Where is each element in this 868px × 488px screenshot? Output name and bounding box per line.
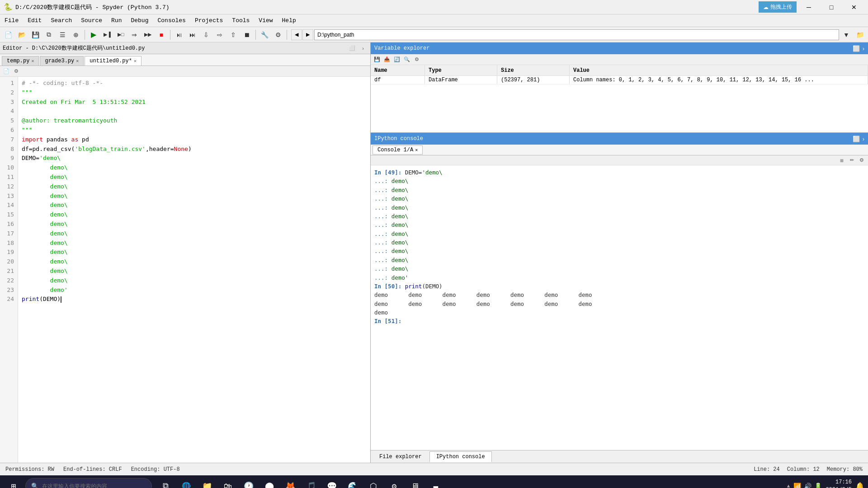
debug-button[interactable]: ⏯ — [173, 29, 185, 41]
editor-expand-button[interactable]: ⬜ — [348, 44, 357, 52]
menu-item-help[interactable]: Help — [278, 15, 301, 26]
menu-item-search[interactable]: Search — [46, 15, 76, 26]
console-tab-1[interactable]: Console 1/A ✕ — [373, 145, 423, 155]
terminal-icon[interactable]: ▬ — [426, 476, 446, 488]
stop-debug-button[interactable]: ⏹ — [241, 29, 253, 41]
tools-button[interactable]: 🔧 — [258, 29, 271, 41]
run-selection-button[interactable]: ▶□ — [114, 29, 127, 41]
run-button[interactable]: ▶ — [87, 29, 100, 41]
battery-icon[interactable]: 🔋 — [814, 483, 822, 488]
run-file-button[interactable]: ▶▐ — [101, 29, 113, 41]
console-expand-btn[interactable]: ⬜ — [853, 136, 860, 142]
save-all-button[interactable]: ⧉ — [42, 29, 55, 41]
console-tabs: Console 1/A ✕ — [371, 145, 868, 155]
clock-display[interactable]: 17:16 2021/3/5 — [826, 479, 852, 488]
var-refresh-btn[interactable]: 🔄 — [392, 56, 401, 64]
console-stop-btn[interactable]: ■ — [837, 156, 846, 164]
app9-icon[interactable]: 🌊 — [343, 476, 363, 488]
tab-untitled0-py[interactable]: untitled0.py* ✕ — [85, 56, 142, 66]
step-over-button[interactable]: ⇨ — [213, 29, 226, 41]
step-into-button[interactable]: ⇩ — [200, 29, 212, 41]
close-button[interactable]: ✕ — [844, 0, 864, 14]
forward-button[interactable]: ▶ — [302, 29, 313, 40]
close-temp-py[interactable]: ✕ — [31, 58, 34, 64]
var-filter-btn[interactable]: 🔍 — [402, 56, 411, 64]
menu-item-view[interactable]: View — [254, 15, 277, 26]
back-button[interactable]: ◀ — [291, 29, 302, 40]
app7-icon[interactable]: 🎵 — [301, 476, 321, 488]
notification-icon[interactable]: 🔔 — [855, 482, 864, 488]
menu-item-tools[interactable]: Tools — [227, 15, 254, 26]
save-button[interactable]: 💾 — [29, 29, 42, 41]
console-line-dots7: ...: demo\ — [374, 230, 864, 238]
var-expand-btn[interactable]: ⬜ — [853, 45, 860, 52]
step-button[interactable]: ⏭ — [186, 29, 199, 41]
minimize-button[interactable]: ─ — [798, 0, 819, 14]
console-settings-btn[interactable]: ⚙ — [857, 156, 866, 164]
menu-item-debug[interactable]: Debug — [126, 15, 153, 26]
preferences-button[interactable]: ☰ — [56, 29, 69, 41]
menu-item-file[interactable]: File — [0, 15, 23, 26]
browse-button[interactable]: 📁 — [854, 29, 866, 41]
chrome-icon[interactable]: ⬤ — [259, 476, 279, 488]
run-all-button[interactable]: ▶▶ — [142, 29, 154, 41]
new-editor-btn[interactable]: 📄 — [2, 67, 11, 75]
app10-icon[interactable]: ⬡ — [363, 476, 383, 488]
search-bar[interactable]: 🔍 — [25, 478, 152, 488]
var-row-df[interactable]: df DataFrame (52397, 281) Column names: … — [371, 76, 868, 84]
tab-temp-py[interactable]: temp.py ✕ — [2, 56, 39, 66]
var-close-btn[interactable]: › — [863, 45, 864, 52]
editor-close-button[interactable]: › — [359, 44, 368, 52]
settings-button[interactable]: ⚙ — [272, 29, 284, 41]
menu-item-run[interactable]: Run — [107, 15, 126, 26]
close-console-tab[interactable]: ✕ — [415, 147, 418, 153]
start-button[interactable]: ⊞ — [4, 476, 24, 488]
open-file-button[interactable]: 📂 — [15, 29, 28, 41]
menu-item-edit[interactable]: Edit — [23, 15, 46, 26]
clock-icon[interactable]: 🕐 — [239, 476, 259, 488]
run-next-button[interactable]: ⇒ — [128, 29, 141, 41]
maximize-button[interactable]: □ — [821, 0, 842, 14]
taskbar: ⊞ 🔍 ⧉ 🌐 📁 🛍 🕐 ⬤ 🦊 🎵 💬 🌊 ⬡ ⚙ 🖥 ▬ ▲ 📶 🔊 🔋 … — [0, 475, 868, 488]
step-return-button[interactable]: ⇧ — [227, 29, 240, 41]
menu-item-source[interactable]: Source — [76, 15, 107, 26]
app12-icon[interactable]: 🖥 — [405, 476, 425, 488]
close-untitled0-py[interactable]: ✕ — [134, 58, 137, 64]
path-input[interactable] — [317, 32, 836, 38]
wechat-icon[interactable]: 💬 — [322, 476, 342, 488]
explorer-icon[interactable]: 📁 — [197, 476, 217, 488]
console-edit-btn[interactable]: ✏ — [847, 156, 856, 164]
task-view-button[interactable]: ⧉ — [156, 476, 175, 488]
store-icon[interactable]: 🛍 — [218, 476, 238, 488]
stop-button[interactable]: ■ — [155, 29, 168, 41]
path-go-button[interactable]: ▼ — [840, 29, 853, 41]
var-import-btn[interactable]: 📥 — [382, 56, 392, 64]
console-close-btn[interactable]: › — [863, 136, 864, 142]
edge-icon[interactable]: 🌐 — [176, 476, 196, 488]
find-button[interactable]: ⊕ — [70, 29, 82, 41]
close-grade3-py[interactable]: ✕ — [76, 58, 79, 64]
upload-button[interactable]: ☁ 拖拽上传 — [759, 1, 797, 13]
tab-ipython-console[interactable]: IPython console — [429, 451, 492, 462]
app11-icon[interactable]: ⚙ — [384, 476, 404, 488]
search-input[interactable] — [42, 483, 146, 488]
taskbar-scroll: ▲ — [787, 483, 790, 488]
code-line-21: demo\ — [22, 267, 367, 276]
var-settings-btn[interactable]: ⚙ — [412, 56, 421, 64]
tab-grade3-py[interactable]: grade3.py ✕ — [40, 56, 84, 66]
console-line-dots1: ...: demo\ — [374, 177, 864, 185]
var-save-btn[interactable]: 💾 — [373, 56, 382, 64]
console-content[interactable]: In [49]: DEMO='demo\ ...: demo\ ...: dem… — [371, 165, 868, 450]
tab-file-explorer[interactable]: File explorer — [373, 451, 429, 462]
code-area: 12345 678910 1112131415 1617181920 21222… — [0, 77, 370, 463]
firefox-icon[interactable]: 🦊 — [280, 476, 300, 488]
code-content[interactable]: # -*- coding: utf-8 -*- """ Created on F… — [18, 77, 370, 463]
col-size: Size — [497, 65, 570, 75]
menu-item-consoles[interactable]: Consoles — [153, 15, 190, 26]
network-icon[interactable]: 📶 — [793, 483, 801, 488]
menu-item-projects[interactable]: Projects — [190, 15, 227, 26]
editor-settings-btn[interactable]: ⚙ — [12, 67, 21, 75]
new-file-button[interactable]: 📄 — [2, 29, 14, 41]
volume-icon[interactable]: 🔊 — [804, 483, 811, 488]
editor-tabs: temp.py ✕ grade3.py ✕ untitled0.py* ✕ — [0, 54, 370, 66]
